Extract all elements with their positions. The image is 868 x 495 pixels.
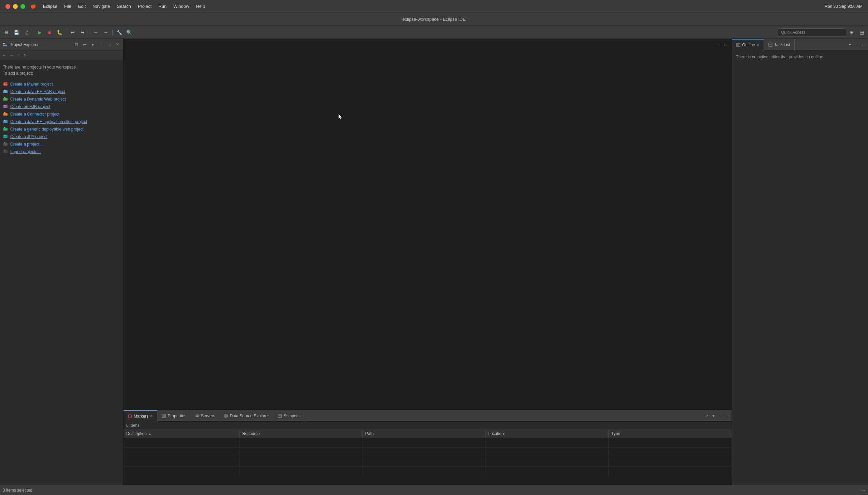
up-nav-button[interactable]: ↑ [15,52,21,58]
editor-minimize-button[interactable]: — [715,42,721,48]
dynamic-web-icon [3,96,8,102]
svg-rect-21 [4,150,5,151]
desc-cell [124,438,240,447]
maximize-traffic-light[interactable] [20,4,25,9]
svg-rect-1 [3,45,7,46]
menu-edit[interactable]: Edit [78,4,86,9]
table-row [124,457,732,467]
layout-button[interactable]: ▤ [857,28,866,37]
link-with-editor-button[interactable]: ⇌ [82,42,88,48]
menu-file[interactable]: File [64,4,71,9]
view-menu-button[interactable]: ▾ [90,42,96,48]
run-button[interactable]: ▶ [35,28,44,37]
no-projects-message: There are no projects in your workspace.… [3,64,120,76]
markers-close-button[interactable]: ✕ [150,414,153,418]
create-javaee-ear-link[interactable]: Create a Java EE EAR project [3,88,120,95]
path-header: Path [363,430,486,438]
create-maven-project-link[interactable]: M Create a Maven project [3,80,120,88]
path-cell [363,467,486,476]
perspectives-button[interactable]: ⊞ [847,28,856,37]
menu-navigate[interactable]: Navigate [92,4,110,9]
minimize-traffic-light[interactable] [13,4,18,9]
quick-access-box[interactable]: Quick Access [778,28,846,36]
desc-cell [124,448,240,457]
close-panel-button[interactable]: ✕ [114,42,120,48]
create-javaee-client-link[interactable]: Create a Java EE application client proj… [3,118,120,125]
maximize-panel-button[interactable]: □ [106,42,112,48]
create-connector-link[interactable]: Create a Connector project [3,110,120,118]
tab-data-source-explorer[interactable]: Data Source Explorer [219,410,273,422]
status-icon[interactable]: ⋯ [861,488,865,493]
no-projects-line1: There are no projects in your workspace. [3,64,120,70]
import-projects-label: Import projects... [10,149,41,154]
create-dynamic-web-link[interactable]: Create a Dynamic Web project [3,95,120,103]
svg-text:M: M [4,83,7,86]
table-row [124,438,732,448]
quick-access-label: Quick Access [781,30,806,35]
print-button[interactable]: 🖨 [22,28,31,37]
eclipse-titlebar: eclipse-workspace - Eclipse IDE [0,13,868,26]
redo-button[interactable]: ↪ [78,28,87,37]
back-nav-button[interactable]: ← [1,52,8,58]
menu-apple[interactable]: 🍎 [31,4,36,9]
create-project-link[interactable]: Create a project... [3,140,120,148]
svg-rect-15 [4,127,5,128]
tab-outline[interactable]: Outline ✕ [732,39,764,50]
svg-rect-35 [278,414,281,418]
stop-button[interactable]: ■ [45,28,54,37]
tab-properties[interactable]: Properties [157,410,191,422]
tab-task-list[interactable]: Task List [764,39,795,50]
type-cell [609,448,732,457]
tab-snippets[interactable]: Snippets [273,410,304,422]
type-cell [609,438,732,447]
import-projects-link[interactable]: Import projects... [3,148,120,155]
bottom-minimize-button[interactable]: — [717,413,723,419]
tab-markers[interactable]: ! Markers ✕ [124,410,157,422]
bottom-maximize-button[interactable]: □ [724,413,730,419]
outline-minimize[interactable]: — [854,42,860,48]
outline-icon [736,43,741,47]
menu-window[interactable]: Window [173,4,189,9]
outline-view-menu[interactable]: ▾ [847,42,853,48]
create-project-label: Create a project... [10,142,43,147]
sort-icon[interactable]: ▲ [148,432,151,436]
svg-rect-17 [4,135,5,136]
search-toolbar-button[interactable]: 🔍 [125,28,133,37]
import-icon [3,149,8,154]
menu-search[interactable]: Search [117,4,131,9]
refresh-button[interactable]: ↻ [22,52,28,58]
create-ejb-link[interactable]: Create an EJB project [3,103,120,110]
forward-button[interactable]: → [101,28,110,37]
path-cell [363,438,486,447]
type-cell [609,467,732,476]
create-generic-web-link[interactable]: Create a generic deployable web project. [3,125,120,133]
location-cell [486,467,609,476]
debug-button[interactable]: 🐛 [55,28,64,37]
collapse-all-button[interactable]: ⊟ [73,42,79,48]
data-source-icon [223,414,228,418]
menu-eclipse[interactable]: Eclipse [43,4,57,9]
outline-close-button[interactable]: ✕ [756,43,760,47]
build-button[interactable]: 🔧 [115,28,124,37]
back-button[interactable]: ← [91,28,100,37]
menu-project[interactable]: Project [138,4,151,9]
resource-cell [240,448,363,457]
close-traffic-light[interactable] [5,4,10,9]
forward-nav-button[interactable]: → [8,52,14,58]
menu-run[interactable]: Run [158,4,167,9]
open-external-button[interactable]: ↗ [704,413,710,419]
save-button[interactable]: 💾 [12,28,21,37]
create-jpa-link[interactable]: Create a JPA project [3,133,120,140]
mouse-cursor [338,114,343,121]
tab-servers[interactable]: Servers [191,410,219,422]
new-button[interactable]: ⊕ [2,28,11,37]
outline-maximize[interactable]: □ [860,42,867,48]
table-row [124,448,732,457]
editor-area[interactable]: — □ [124,39,732,410]
menu-help[interactable]: Help [196,4,205,9]
editor-maximize-button[interactable]: □ [723,42,729,48]
minimize-panel-button[interactable]: — [98,42,104,48]
undo-button[interactable]: ↩ [68,28,77,37]
status-right: ⋯ [861,488,865,493]
view-menu-btn[interactable]: ▾ [710,413,717,419]
